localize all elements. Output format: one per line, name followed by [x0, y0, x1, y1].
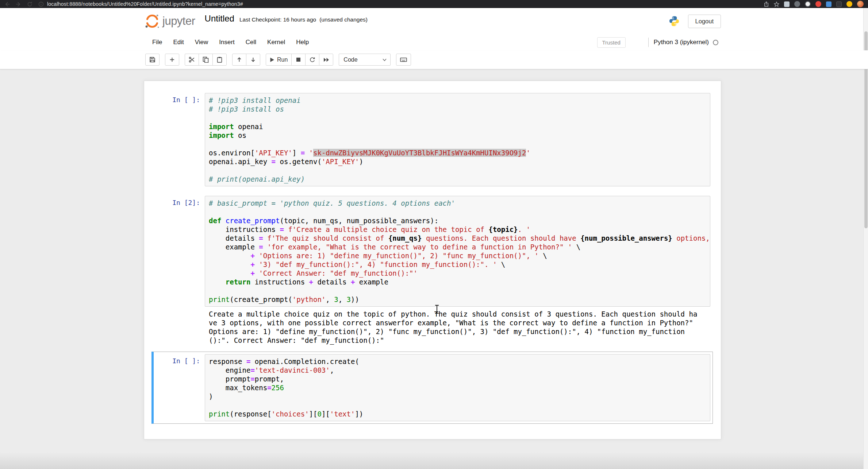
stop-icon: [296, 57, 301, 62]
kernel-idle-icon: [713, 40, 718, 45]
cell-input-row: In [ ]:# !pip3 install openai # !pip3 in…: [154, 93, 710, 186]
restart-run-all-button[interactable]: [319, 54, 333, 66]
extension-icon[interactable]: [846, 1, 852, 7]
notebook-toolbar: Run Code: [0, 50, 868, 69]
play-icon: [270, 57, 274, 62]
notebook-cells: In [ ]:# !pip3 install openai # !pip3 in…: [151, 90, 713, 424]
cell-type-select[interactable]: Code: [339, 54, 391, 66]
code-editor[interactable]: # !pip3 install openai # !pip3 install o…: [205, 93, 710, 186]
code-cell[interactable]: In [ ]:# !pip3 install openai # !pip3 in…: [151, 90, 713, 189]
menu-help[interactable]: Help: [291, 36, 314, 49]
input-prompt: In [ ]:: [154, 93, 205, 186]
menu-kernel[interactable]: Kernel: [262, 36, 291, 49]
menu-cell[interactable]: Cell: [240, 36, 262, 49]
command-palette-button[interactable]: [396, 54, 411, 66]
move-cell-down-button[interactable]: [246, 54, 260, 66]
kernel-name: Python 3 (ipykernel): [654, 39, 709, 46]
paste-cell-button[interactable]: [212, 54, 227, 66]
move-cell-up-button[interactable]: [232, 54, 246, 66]
back-arrow-icon: [4, 1, 10, 7]
notebook-title[interactable]: Untitled: [205, 13, 234, 24]
code-text: response = openai.Completion.create( eng…: [209, 357, 710, 418]
trusted-badge: Trusted: [597, 37, 626, 48]
menu-view[interactable]: View: [189, 36, 214, 49]
forward-button[interactable]: [16, 1, 21, 7]
code-cell[interactable]: In [2]:# basic_prompt = 'python quiz. 5 …: [151, 193, 713, 347]
code-cell[interactable]: In [ ]:response = openai.Completion.crea…: [151, 352, 713, 424]
add-cell-button[interactable]: [165, 54, 179, 66]
bookmark-star-icon[interactable]: [774, 1, 779, 7]
copy-cell-button[interactable]: [199, 54, 213, 66]
input-prompt: In [2]:: [154, 196, 205, 307]
reload-button[interactable]: [27, 1, 32, 7]
run-button-label: Run: [277, 57, 288, 63]
forward-arrow-icon: [16, 1, 21, 7]
notebook-container: In [ ]:# !pip3 install openai # !pip3 in…: [144, 81, 721, 439]
notebook-page: In [ ]:# !pip3 install openai # !pip3 in…: [0, 70, 868, 469]
menu-insert[interactable]: Insert: [214, 36, 240, 49]
output-text: Create a multiple choice quiz on the top…: [209, 310, 710, 345]
output-prompt: [154, 309, 205, 345]
plus-icon: [169, 57, 175, 62]
share-icon[interactable]: [764, 1, 769, 7]
profile-avatar[interactable]: [857, 1, 864, 7]
code-editor[interactable]: response = openai.Completion.create( eng…: [205, 354, 710, 421]
extension-icon[interactable]: [815, 1, 821, 7]
paste-icon: [216, 57, 223, 63]
cut-cell-button[interactable]: [185, 54, 199, 66]
jupyter-logo-text: jupyter: [162, 15, 195, 28]
scissors-icon: [189, 57, 195, 63]
back-button[interactable]: [4, 1, 10, 7]
jupyter-logo[interactable]: jupyter: [145, 13, 195, 29]
kernel-separator: [648, 38, 649, 47]
save-button[interactable]: [145, 54, 160, 66]
checkpoint-status: Last Checkpoint: 16 hours ago: [239, 16, 316, 23]
page-scrollbar[interactable]: [863, 8, 868, 469]
code-editor[interactable]: # basic_prompt = 'python quiz. 5 questio…: [205, 196, 710, 307]
text-cursor-pointer: [437, 305, 437, 314]
menu-edit[interactable]: Edit: [168, 36, 189, 49]
jupyter-header: jupyter Untitled Last Checkpoint: 16 hou…: [0, 8, 868, 34]
browser-chrome: localhost:8888/notebooks/Untitled%20Fold…: [0, 0, 868, 8]
cell-output-row: Create a multiple choice quiz on the top…: [154, 309, 710, 345]
interrupt-kernel-button[interactable]: [291, 54, 306, 66]
window-bottom-edge: [0, 452, 863, 469]
extension-icon[interactable]: [805, 1, 811, 7]
reload-icon: [27, 1, 32, 7]
cell-input-row: In [2]:# basic_prompt = 'python quiz. 5 …: [154, 196, 710, 307]
python-logo-icon: [668, 15, 680, 27]
extension-icon[interactable]: [794, 1, 800, 7]
address-bar[interactable]: localhost:8888/notebooks/Untitled%20Fold…: [38, 1, 243, 7]
menu-right: Trusted Python 3 (ipykernel): [597, 37, 718, 48]
code-text: # !pip3 install openai # !pip3 install o…: [209, 96, 710, 183]
run-cell-button[interactable]: Run: [266, 54, 292, 66]
menubar: File Edit View Insert Cell Kernel Help T…: [0, 34, 868, 50]
save-icon: [149, 57, 155, 63]
keyboard-icon: [400, 57, 407, 63]
code-text: # basic_prompt = 'python quiz. 5 questio…: [209, 199, 710, 304]
arrow-down-icon: [250, 57, 256, 62]
unsaved-status: (unsaved changes): [319, 16, 368, 23]
chevron-down-icon: [383, 58, 387, 61]
fast-forward-icon: [323, 57, 329, 62]
site-info-icon[interactable]: [38, 1, 44, 7]
browser-toolbar-icons: [764, 1, 864, 7]
cell-type-value: Code: [343, 57, 357, 63]
copy-icon: [203, 57, 209, 63]
input-prompt: In [ ]:: [154, 354, 205, 421]
menu-file[interactable]: File: [147, 36, 168, 49]
header-right: Logout: [668, 15, 721, 28]
jupyter-logo-icon: [145, 13, 160, 29]
extension-icon[interactable]: [784, 1, 790, 7]
logout-button[interactable]: Logout: [688, 15, 721, 28]
cell-input-row: In [ ]:response = openai.Completion.crea…: [154, 354, 710, 421]
restart-icon: [310, 57, 315, 63]
extension-icon[interactable]: [826, 1, 831, 7]
arrow-up-icon: [237, 57, 242, 62]
restart-kernel-button[interactable]: [305, 54, 319, 66]
cell-output: Create a multiple choice quiz on the top…: [205, 309, 710, 345]
url-text: localhost:8888/notebooks/Untitled%20Fold…: [47, 1, 243, 7]
menu-items: File Edit View Insert Cell Kernel Help: [147, 36, 314, 49]
extension-icon[interactable]: [836, 1, 842, 7]
header-left: jupyter Untitled Last Checkpoint: 16 hou…: [145, 13, 368, 29]
